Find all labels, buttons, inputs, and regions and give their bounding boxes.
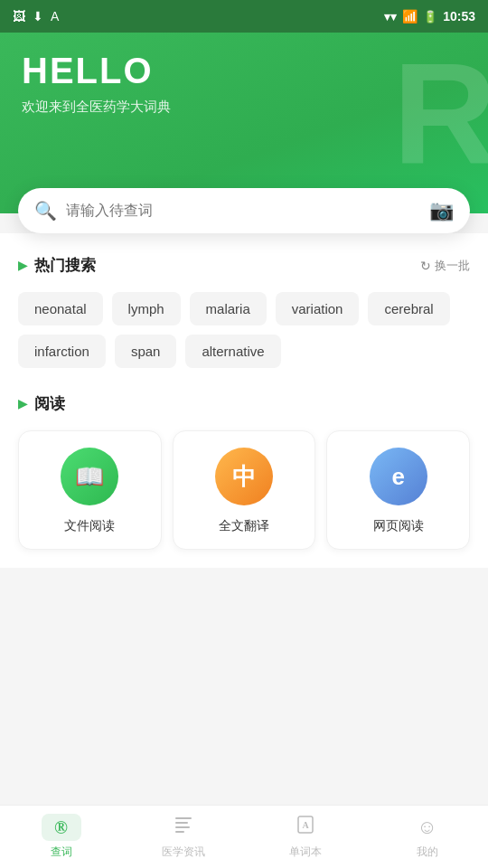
svg-rect-0 [175,817,192,819]
hot-search-header: ▶ 热门搜索 ↻ 换一批 [18,255,470,276]
tag-neonatal[interactable]: neonatal [18,292,103,326]
card-label-全文翻译: 全文翻译 [219,518,269,534]
hot-search-section: ▶ 热门搜索 ↻ 换一批 neonatallymphmalariavariati… [18,255,470,368]
card-label-文件阅读: 文件阅读 [64,518,115,534]
hot-search-title: ▶ 热门搜索 [18,255,96,276]
nav-item-我的[interactable]: ☺我的 [366,806,488,868]
search-bar: 🔍 📷 [18,188,470,233]
nav-item-单词本[interactable]: A单词本 [244,806,366,868]
nav-item-医学资讯[interactable]: 医学资讯 [122,806,244,868]
search-wrapper: 🔍 📷 [18,188,470,233]
tag-cerebral[interactable]: cerebral [368,292,449,326]
card-icon-文件阅读: 📖 [61,448,118,505]
download-icon: ⬇ [33,9,43,24]
tag-variation[interactable]: variation [276,292,360,326]
tags-container: neonatallymphmalariavariationcerebralinf… [18,292,470,368]
tag-span[interactable]: span [115,335,177,368]
nav-label-医学资讯: 医学资讯 [162,844,205,860]
status-bar: 🖼 ⬇ A ▾▾ 📶 🔋 10:53 [0,0,488,33]
reading-cards: 📖文件阅读中全文翻译e网页阅读 [18,430,470,550]
svg-rect-3 [175,831,184,833]
clock: 10:53 [443,9,475,24]
battery-icon: 🔋 [423,10,437,24]
nav-label-查词: 查词 [51,844,72,860]
nav-label-单词本: 单词本 [289,844,322,860]
search-icon: 🔍 [34,200,57,222]
search-input[interactable] [66,203,422,219]
nav-item-查词[interactable]: ®查词 [0,806,122,868]
reading-arrow-icon: ▶ [18,397,27,410]
font-icon: A [51,9,59,24]
nav-label-我的: 我的 [417,844,438,860]
nav-icon-单词本: A [296,815,315,840]
tag-infarction[interactable]: infarction [18,335,106,368]
tag-malaria[interactable]: malaria [190,292,267,326]
wifi-icon: ▾▾ [384,10,397,24]
svg-rect-1 [175,822,188,824]
camera-icon[interactable]: 📷 [429,199,454,222]
svg-rect-2 [175,826,190,828]
signal-icon: 📶 [402,9,418,24]
hero-title: HELLO [22,51,466,91]
image-icon: 🖼 [13,9,25,24]
reading-header: ▶ 阅读 [18,393,470,414]
reading-card-文件阅读[interactable]: 📖文件阅读 [18,430,162,550]
hero-section: R HELLO 欢迎来到全医药学大词典 [0,33,488,213]
refresh-icon: ↻ [420,259,431,273]
hero-subtitle: 欢迎来到全医药学大词典 [22,99,466,116]
nav-icon-我的: ☺ [417,816,436,839]
reading-card-网页阅读[interactable]: e网页阅读 [326,430,470,550]
card-icon-全文翻译: 中 [215,448,273,505]
nav-icon-医学资讯 [174,815,193,840]
hot-search-arrow-icon: ▶ [18,259,27,272]
tag-lymph[interactable]: lymph [112,292,181,326]
refresh-button[interactable]: ↻ 换一批 [420,258,470,274]
reading-title: ▶ 阅读 [18,393,65,414]
content-area: ▶ 热门搜索 ↻ 换一批 neonatallymphmalariavariati… [0,233,488,568]
status-bar-right: ▾▾ 📶 🔋 10:53 [384,9,475,24]
card-icon-网页阅读: e [370,448,427,505]
nav-icon-查词: ® [54,817,68,838]
bottom-nav: ®查词医学资讯A单词本☺我的 [0,805,488,868]
status-bar-left: 🖼 ⬇ A [13,9,59,24]
reading-card-全文翻译[interactable]: 中全文翻译 [173,430,316,550]
svg-text:A: A [302,820,309,830]
tag-alternative[interactable]: alternative [185,335,280,368]
reading-section: ▶ 阅读 📖文件阅读中全文翻译e网页阅读 [18,393,470,568]
card-label-网页阅读: 网页阅读 [373,518,424,534]
